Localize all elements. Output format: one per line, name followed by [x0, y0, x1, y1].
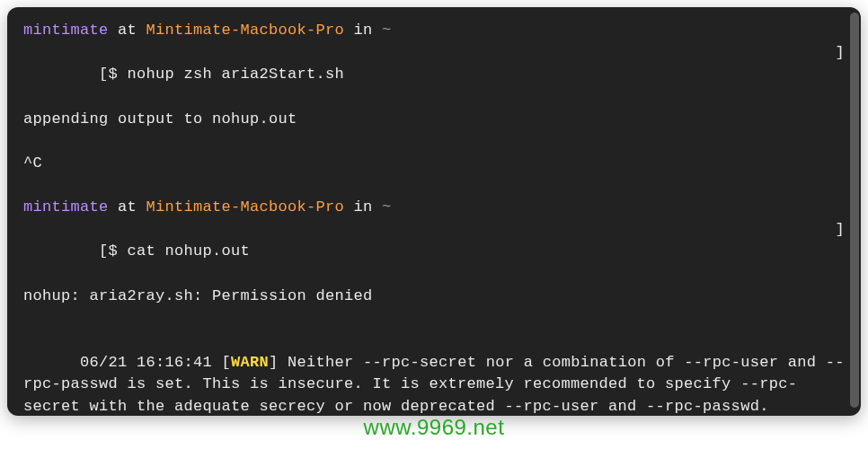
terminal-window[interactable]: mintimate at Mintimate-Macbook-Pro in ~ …: [7, 7, 861, 416]
log-warn-line: 06/21 16:16:41 [WARN] Neither --rpc-secr…: [23, 330, 845, 416]
prompt-in: in: [344, 198, 382, 216]
scrollbar[interactable]: [850, 13, 859, 408]
prompt-host: Mintimate-Macbook-Pro: [146, 198, 345, 216]
command-text: nohup zsh aria2Start.sh: [128, 66, 345, 83]
prompt-at: at: [109, 22, 146, 39]
prompt-in: in: [344, 22, 382, 39]
prompt-line-1: mintimate at Mintimate-Macbook-Pro in ~: [23, 20, 845, 42]
prompt-host: Mintimate-Macbook-Pro: [146, 22, 345, 39]
log-timestamp: 06/21 16:16:41: [80, 354, 222, 371]
bracket-close: ]: [835, 219, 845, 286]
watermark-text: www.9969.net: [364, 415, 505, 440]
interrupt-line: ^C: [23, 153, 845, 175]
prompt-symbol: $: [109, 66, 128, 83]
bracket-close: ]: [835, 42, 845, 109]
command-line-1: [$ nohup zsh aria2Start.sh ]: [23, 42, 845, 109]
output-line: nohup: aria2ray.sh: Permission denied: [23, 286, 845, 308]
command-text: cat nohup.out: [128, 242, 251, 260]
prompt-user: mintimate: [23, 22, 109, 39]
bracket-close: ]: [269, 354, 279, 371]
prompt-at: at: [109, 198, 146, 216]
terminal-content[interactable]: mintimate at Mintimate-Macbook-Pro in ~ …: [7, 7, 861, 416]
prompt-line-2: mintimate at Mintimate-Macbook-Pro in ~: [23, 197, 845, 219]
bracket-open: [: [222, 354, 232, 371]
output-line: appending output to nohup.out: [23, 109, 845, 131]
blank-line: [23, 130, 845, 153]
bracket-open: [: [99, 66, 109, 83]
prompt-symbol: $: [109, 242, 128, 260]
prompt-path: ~: [382, 22, 392, 39]
log-tag-warn: WARN: [231, 354, 269, 371]
bracket-open: [: [99, 242, 109, 260]
prompt-user: mintimate: [23, 198, 109, 216]
prompt-path: ~: [382, 198, 392, 216]
blank-line: [23, 174, 845, 197]
command-line-2: [$ cat nohup.out ]: [23, 219, 845, 286]
blank-line: [23, 307, 845, 330]
